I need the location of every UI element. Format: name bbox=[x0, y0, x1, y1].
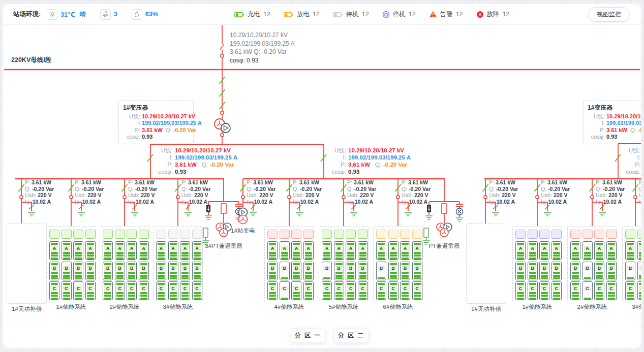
pcs-unit[interactable] bbox=[303, 230, 314, 239]
battery-cluster[interactable]: B bbox=[192, 262, 202, 280]
pcs-unit[interactable] bbox=[582, 230, 593, 239]
battery-cluster[interactable]: C bbox=[192, 281, 202, 300]
battery-cluster[interactable]: B bbox=[49, 262, 59, 280]
battery-cluster[interactable]: C bbox=[358, 281, 368, 300]
battery-cluster[interactable]: B bbox=[400, 262, 410, 280]
battery-cluster[interactable]: C bbox=[637, 281, 641, 300]
battery-cluster[interactable]: C bbox=[85, 281, 96, 300]
zone-one-button[interactable]: 分 区 一 bbox=[291, 328, 325, 343]
battery-cluster[interactable]: C bbox=[49, 281, 59, 300]
battery-cluster[interactable]: C bbox=[156, 281, 166, 300]
battery-cluster[interactable]: B bbox=[334, 262, 344, 280]
battery-cluster[interactable]: A bbox=[322, 241, 332, 260]
pcs-unit[interactable] bbox=[73, 230, 83, 239]
battery-cluster[interactable]: B bbox=[115, 262, 125, 280]
battery-cluster[interactable]: A bbox=[570, 241, 580, 260]
battery-cluster[interactable]: A bbox=[180, 241, 190, 260]
battery-cluster[interactable]: B bbox=[73, 262, 83, 280]
battery-cluster[interactable]: A bbox=[412, 241, 422, 260]
pcs-unit[interactable] bbox=[180, 230, 190, 239]
pcs-unit[interactable] bbox=[388, 230, 398, 239]
battery-cluster[interactable]: A bbox=[582, 241, 593, 260]
battery-cluster[interactable]: A bbox=[388, 241, 398, 260]
battery-cluster[interactable]: A bbox=[115, 241, 125, 260]
battery-cluster[interactable]: B bbox=[528, 262, 538, 280]
pcs-unit[interactable] bbox=[103, 230, 113, 239]
battery-cluster[interactable]: A bbox=[515, 241, 526, 260]
pcs-unit[interactable] bbox=[139, 230, 149, 239]
battery-cluster[interactable]: B bbox=[62, 262, 72, 280]
storage-system-box[interactable]: AAAABBBBCCCC bbox=[100, 226, 149, 301]
pcs-unit[interactable] bbox=[376, 230, 386, 239]
pcs-unit[interactable] bbox=[539, 230, 549, 239]
battery-cluster[interactable]: C bbox=[400, 281, 410, 300]
pcs-unit[interactable] bbox=[280, 230, 290, 239]
battery-cluster[interactable]: A bbox=[280, 241, 290, 260]
battery-cluster[interactable]: B bbox=[156, 262, 166, 280]
battery-cluster[interactable]: B bbox=[582, 262, 593, 280]
battery-cluster[interactable]: B bbox=[539, 262, 549, 280]
battery-cluster[interactable]: C bbox=[539, 281, 549, 300]
compensation-box-left[interactable] bbox=[7, 223, 47, 304]
pcs-unit[interactable] bbox=[291, 230, 301, 239]
pcs-unit[interactable] bbox=[570, 230, 580, 239]
pcs-unit[interactable] bbox=[346, 230, 356, 239]
battery-cluster[interactable]: B bbox=[291, 262, 301, 280]
battery-cluster[interactable]: C bbox=[388, 281, 398, 300]
pcs-unit[interactable] bbox=[528, 230, 538, 239]
battery-cluster[interactable]: A bbox=[594, 241, 604, 260]
battery-cluster[interactable]: B bbox=[376, 262, 386, 280]
pcs-unit[interactable] bbox=[412, 230, 422, 239]
battery-cluster[interactable]: C bbox=[570, 281, 580, 300]
pcs-unit[interactable] bbox=[115, 230, 125, 239]
storage-system-box[interactable]: AAAABBBBCCCC bbox=[512, 226, 562, 301]
pcs-unit[interactable] bbox=[515, 230, 526, 239]
battery-cluster[interactable]: C bbox=[412, 281, 422, 300]
battery-cluster[interactable]: A bbox=[168, 241, 178, 260]
battery-cluster[interactable]: A bbox=[358, 241, 368, 260]
battery-cluster[interactable]: A bbox=[267, 241, 278, 260]
battery-cluster[interactable]: B bbox=[85, 262, 96, 280]
battery-cluster[interactable]: C bbox=[322, 281, 332, 300]
battery-cluster[interactable]: B bbox=[637, 262, 641, 280]
battery-cluster[interactable]: A bbox=[606, 241, 617, 260]
pcs-unit[interactable] bbox=[606, 230, 617, 239]
battery-cluster[interactable]: A bbox=[73, 241, 83, 260]
battery-cluster[interactable]: C bbox=[127, 281, 137, 300]
pcs-unit[interactable] bbox=[637, 230, 641, 239]
storage-system-box[interactable]: AAAABBBBCCCC bbox=[373, 226, 423, 301]
battery-cluster[interactable]: A bbox=[62, 241, 72, 260]
storage-system-box[interactable]: AAAABBBBCCCC bbox=[622, 226, 641, 301]
battery-cluster[interactable]: C bbox=[267, 281, 278, 300]
battery-cluster[interactable]: C bbox=[582, 281, 593, 300]
battery-cluster[interactable]: C bbox=[291, 281, 301, 300]
pcs-unit[interactable] bbox=[85, 230, 96, 239]
pcs-unit[interactable] bbox=[156, 230, 166, 239]
battery-cluster[interactable]: B bbox=[280, 262, 290, 280]
battery-cluster[interactable]: B bbox=[551, 262, 562, 280]
battery-cluster[interactable]: B bbox=[412, 262, 422, 280]
battery-cluster[interactable]: B bbox=[267, 262, 278, 280]
battery-cluster[interactable]: B bbox=[180, 262, 190, 280]
battery-cluster[interactable]: B bbox=[606, 262, 617, 280]
battery-cluster[interactable]: C bbox=[180, 281, 190, 300]
battery-cluster[interactable]: A bbox=[625, 241, 635, 260]
battery-cluster[interactable]: A bbox=[156, 241, 166, 260]
battery-cluster[interactable]: A bbox=[551, 241, 562, 260]
battery-cluster[interactable]: C bbox=[280, 281, 290, 300]
battery-cluster[interactable]: B bbox=[103, 262, 113, 280]
storage-system-box[interactable]: AAAABBBBCCCC bbox=[319, 226, 369, 301]
battery-cluster[interactable]: B bbox=[303, 262, 314, 280]
battery-cluster[interactable]: B bbox=[625, 262, 635, 280]
pcs-unit[interactable] bbox=[551, 230, 562, 239]
battery-cluster[interactable]: A bbox=[103, 241, 113, 260]
pcs-unit[interactable] bbox=[49, 230, 59, 239]
pcs-unit[interactable] bbox=[168, 230, 178, 239]
battery-cluster[interactable]: B bbox=[168, 262, 178, 280]
battery-cluster[interactable]: C bbox=[303, 281, 314, 300]
storage-system-box[interactable]: AAAABBBBCCCC bbox=[46, 226, 96, 301]
battery-cluster[interactable]: B bbox=[358, 262, 368, 280]
battery-cluster[interactable]: A bbox=[376, 241, 386, 260]
battery-cluster[interactable]: C bbox=[115, 281, 125, 300]
battery-cluster[interactable]: A bbox=[400, 241, 410, 260]
